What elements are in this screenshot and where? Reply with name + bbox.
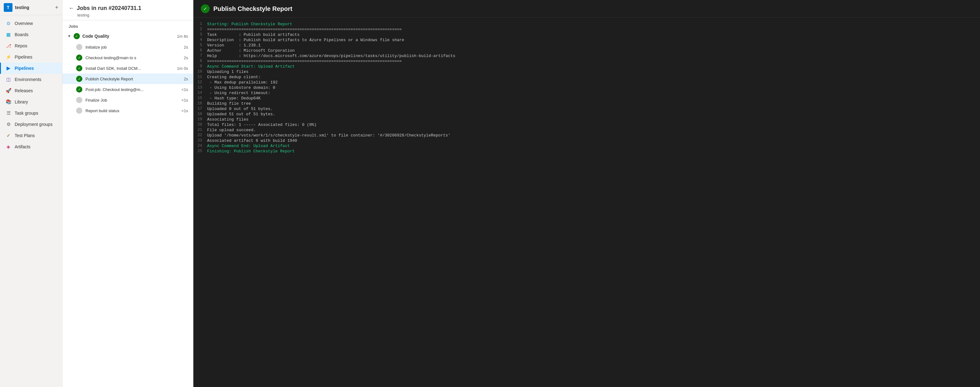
step-status-icon-finalize bbox=[76, 97, 82, 103]
line-text: Uploaded 51 out of 51 bytes. bbox=[207, 112, 980, 117]
step-checkout[interactable]: ✓ Checkout testing@main to s 2s bbox=[62, 52, 193, 63]
line-text: - Using redirect timeout: bbox=[207, 91, 980, 95]
sidebar-item-overview[interactable]: ⊙ Overview bbox=[0, 18, 62, 29]
step-duration-init: 2s bbox=[184, 45, 188, 49]
sidebar-item-testplans[interactable]: ✓ Test Plans bbox=[0, 130, 62, 141]
sidebar-label-releases: Releases bbox=[15, 88, 33, 93]
step-publish[interactable]: ✓ Publish Checkstyle Report 2s bbox=[62, 73, 193, 84]
line-text: Total files: 1 ----- Associated files: 0… bbox=[207, 122, 980, 127]
sidebar-item-boards[interactable]: ▦ Boards bbox=[0, 29, 62, 40]
line-text: Uploaded 0 out of 51 bytes. bbox=[207, 106, 980, 111]
log-line: 8=======================================… bbox=[193, 59, 980, 64]
sidebar-item-taskgroups[interactable]: ☰ Task groups bbox=[0, 108, 62, 119]
sidebar-item-library[interactable]: 📚 Library bbox=[0, 96, 62, 108]
taskgroups-icon: ☰ bbox=[5, 110, 11, 116]
sidebar-item-deploymentgroups[interactable]: ⚙ Deployment groups bbox=[0, 119, 62, 130]
sidebar-label-library: Library bbox=[15, 99, 28, 105]
line-number: 1 bbox=[193, 22, 207, 26]
run-title: Jobs in run #20240731.1 bbox=[77, 5, 141, 11]
log-line: 12 - Max dedup parallelism: 192 bbox=[193, 80, 980, 85]
add-org-button[interactable]: + bbox=[55, 5, 58, 10]
line-number: 9 bbox=[193, 64, 207, 68]
group-chevron-icon: ▼ bbox=[67, 34, 71, 38]
line-number: 16 bbox=[193, 101, 207, 106]
back-button[interactable]: ← bbox=[68, 5, 74, 11]
sidebar-label-pipelines-header: Pipelines bbox=[15, 54, 32, 60]
line-number: 3 bbox=[193, 32, 207, 37]
sidebar-label-boards: Boards bbox=[15, 32, 29, 37]
log-line: 1Starting: Publish Checkstyle Report bbox=[193, 22, 980, 27]
step-postjob[interactable]: ✓ Post-job: Checkout testing@m... <1s bbox=[62, 84, 193, 95]
overview-icon: ⊙ bbox=[5, 20, 11, 27]
sidebar-label-repos: Repos bbox=[15, 43, 27, 48]
sidebar-item-repos[interactable]: ⎇ Repos bbox=[0, 40, 62, 51]
line-number: 4 bbox=[193, 38, 207, 42]
line-number: 6 bbox=[193, 48, 207, 53]
step-name-finalize: Finalize Job bbox=[86, 98, 178, 103]
step-status-icon-publish: ✓ bbox=[76, 76, 82, 82]
back-row: ← Jobs in run #20240731.1 bbox=[68, 5, 187, 11]
step-status-icon-init bbox=[76, 44, 82, 50]
step-name-postjob: Post-job: Checkout testing@m... bbox=[86, 87, 178, 92]
log-line: 14 - Using redirect timeout: bbox=[193, 90, 980, 96]
sidebar-nav: ⊙ Overview ▦ Boards ⎇ Repos ⚡ Pipelines … bbox=[0, 15, 62, 387]
sidebar-item-releases[interactable]: 🚀 Releases bbox=[0, 85, 62, 96]
line-number: 19 bbox=[193, 117, 207, 122]
sidebar-header: T testing + bbox=[0, 0, 62, 15]
sidebar-label-overview: Overview bbox=[15, 21, 33, 26]
log-line: 4Description : Publish build artifacts t… bbox=[193, 37, 980, 43]
log-body[interactable]: 1Starting: Publish Checkstyle Report2===… bbox=[193, 18, 980, 387]
sidebar-label-testplans: Test Plans bbox=[15, 133, 35, 138]
step-init[interactable]: Initialize job 2s bbox=[62, 42, 193, 52]
line-number: 21 bbox=[193, 128, 207, 132]
log-title: Publish Checkstyle Report bbox=[213, 5, 292, 13]
jobs-label: Jobs bbox=[62, 20, 193, 30]
sidebar-item-artifacts[interactable]: ◈ Artifacts bbox=[0, 141, 62, 152]
pipelines-header-icon: ⚡ bbox=[5, 54, 11, 60]
line-number: 25 bbox=[193, 149, 207, 153]
step-name-init: Initialize job bbox=[86, 45, 181, 49]
step-duration-reportstatus: <1s bbox=[181, 108, 188, 113]
step-install[interactable]: ✓ Install Dart SDK, Install DCM... 1m 0s bbox=[62, 63, 193, 73]
step-finalize[interactable]: Finalize Job <1s bbox=[62, 95, 193, 105]
line-number: 14 bbox=[193, 91, 207, 95]
line-text: - Max dedup parallelism: 192 bbox=[207, 80, 980, 85]
step-status-icon-reportstatus bbox=[76, 108, 82, 114]
sidebar-item-pipelines-header[interactable]: ⚡ Pipelines bbox=[0, 51, 62, 63]
jobs-list: ▼ ✓ Code Quality 1m 8s Initialize job 2s… bbox=[62, 30, 193, 387]
step-duration-checkout: 2s bbox=[184, 56, 188, 60]
environments-icon: ◫ bbox=[5, 76, 11, 82]
line-number: 23 bbox=[193, 138, 207, 143]
org-name: testing bbox=[15, 5, 29, 10]
artifacts-icon: ◈ bbox=[5, 144, 11, 150]
line-text: Async Command End: Upload Artifact bbox=[207, 144, 980, 148]
sidebar-label-taskgroups: Task groups bbox=[15, 111, 38, 116]
repos-icon: ⎇ bbox=[5, 43, 11, 49]
line-number: 11 bbox=[193, 75, 207, 79]
job-group-header[interactable]: ▼ ✓ Code Quality 1m 8s bbox=[62, 30, 193, 42]
line-number: 12 bbox=[193, 80, 207, 84]
sidebar-item-pipelines[interactable]: ▶ Pipelines bbox=[0, 63, 62, 74]
group-duration: 1m 8s bbox=[177, 34, 188, 39]
log-line: 5Version : 1.238.1 bbox=[193, 43, 980, 48]
log-panel: ✓ Publish Checkstyle Report 1Starting: P… bbox=[193, 0, 980, 387]
line-text: - Using blobstore domain: 0 bbox=[207, 86, 980, 90]
step-reportstatus[interactable]: Report build status <1s bbox=[62, 105, 193, 116]
deploymentgroups-icon: ⚙ bbox=[5, 121, 11, 127]
line-number: 22 bbox=[193, 133, 207, 137]
jobs-panel: ← Jobs in run #20240731.1 testing Jobs ▼… bbox=[62, 0, 193, 387]
line-text: Finishing: Publish Checkstyle Report bbox=[207, 149, 980, 154]
line-number: 7 bbox=[193, 54, 207, 58]
line-number: 15 bbox=[193, 96, 207, 100]
step-name-publish: Publish Checkstyle Report bbox=[86, 77, 181, 81]
sidebar: T testing + ⊙ Overview ▦ Boards ⎇ Repos … bbox=[0, 0, 62, 387]
line-text: Upload '/home/vsts/work/1/s/checkstyle-r… bbox=[207, 133, 980, 138]
log-line: 18Uploaded 51 out of 51 bytes. bbox=[193, 111, 980, 117]
sidebar-label-artifacts: Artifacts bbox=[15, 144, 30, 149]
log-line: 25Finishing: Publish Checkstyle Report bbox=[193, 149, 980, 154]
sidebar-label-pipelines: Pipelines bbox=[15, 66, 34, 71]
log-line: 23Associated artifact 6 with build 1940 bbox=[193, 138, 980, 143]
log-line: 16Building file tree bbox=[193, 101, 980, 106]
run-subtitle: testing bbox=[77, 13, 187, 17]
sidebar-item-environments[interactable]: ◫ Environments bbox=[0, 74, 62, 85]
